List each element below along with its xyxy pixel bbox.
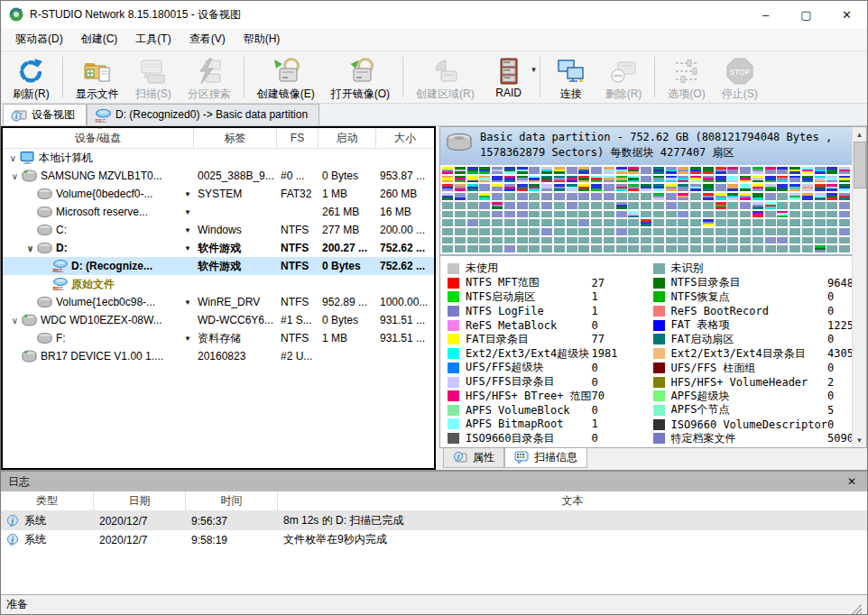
device-view-icon: i xyxy=(11,108,27,122)
map-cell xyxy=(567,167,577,174)
log-row[interactable]: i系统2020/12/79:58:19文件枚举在9秒内完成 xyxy=(1,530,867,549)
fs-cell: NTFS xyxy=(277,293,319,311)
map-cell xyxy=(504,245,515,252)
tree-row[interactable]: Volume{1ecb0c98-...▼WinRE_DRVNTFS952.89 … xyxy=(3,293,434,311)
map-cell xyxy=(628,211,639,218)
map-cell xyxy=(467,245,478,252)
log-row[interactable]: i系统2020/12/79:56:378m 12s 的 D: 扫描已完成 xyxy=(1,511,867,530)
scroll-down-icon[interactable]: ▼ xyxy=(853,433,867,447)
tree-row[interactable]: REC.D: (Recognize...软件游戏NTFS0 Bytes752.6… xyxy=(3,257,434,275)
map-cell xyxy=(716,167,726,174)
chevron-down-icon[interactable]: ∨ xyxy=(6,153,20,163)
connect-button[interactable]: 连接 xyxy=(545,53,597,101)
log-header-col-3[interactable]: 文本 xyxy=(278,491,867,510)
chevron-down-icon[interactable]: ∨ xyxy=(8,316,22,326)
chevron-down-icon[interactable]: ∨ xyxy=(8,171,22,181)
log-header-col-1[interactable]: 日期 xyxy=(94,491,186,510)
tree-header-col-1[interactable]: 标签 xyxy=(194,128,277,148)
menu-item-2[interactable]: 创建(C) xyxy=(72,28,127,50)
chevron-down-icon[interactable]: ▾ xyxy=(531,65,536,74)
tree-header-col-4[interactable]: 大小 xyxy=(376,128,434,148)
minimize-button[interactable]: – xyxy=(745,1,786,28)
tree-header-col-2[interactable]: FS xyxy=(277,128,319,148)
map-cell xyxy=(492,219,503,226)
size-cell: 200.00 ... xyxy=(376,221,434,239)
tree-row[interactable]: Microsoft reserve...▼261 MB16 MB xyxy=(3,203,434,221)
legend-item: ISO9660 VolumeDescriptor0 xyxy=(653,418,852,431)
map-cell xyxy=(690,167,701,174)
log-close-button[interactable]: ✕ xyxy=(844,475,860,488)
refresh-button[interactable]: 刷新(R) xyxy=(5,53,58,101)
dropdown-arrow-icon[interactable]: ▼ xyxy=(184,335,191,343)
device-cell: ∨本地计算机 xyxy=(3,149,194,167)
maximize-button[interactable]: ▢ xyxy=(786,1,826,28)
log-header-col-0[interactable]: 类型 xyxy=(1,491,94,510)
tree-row[interactable]: C:▼WindowsNTFS277 MB200.00 ... xyxy=(3,221,434,239)
legend-item: APFS个节点5 xyxy=(653,403,852,418)
map-cell xyxy=(578,245,589,252)
map-cell xyxy=(777,219,788,226)
dropdown-arrow-icon[interactable]: ▼ xyxy=(184,190,191,198)
dropdown-arrow-icon[interactable]: ▼ xyxy=(184,298,191,307)
legend-count: 1981 xyxy=(592,347,648,360)
dropdown-arrow-icon[interactable]: ▼ xyxy=(184,208,191,216)
tree-row[interactable]: ∨本地计算机 xyxy=(3,149,434,167)
tab-scan-info-label: 扫描信息 xyxy=(534,450,577,465)
start-cell: 1 MB xyxy=(319,185,376,203)
status-bar: 准备 xyxy=(1,594,867,614)
raid-button[interactable]: ▾RAID xyxy=(483,53,535,101)
map-cell xyxy=(703,184,714,191)
scrollbar-thumb[interactable] xyxy=(854,142,866,188)
map-cell xyxy=(666,176,677,183)
map-cell xyxy=(616,202,627,209)
map-cell xyxy=(578,219,589,226)
map-cell xyxy=(517,228,528,235)
legend-count: 9648 xyxy=(827,277,852,289)
tree-row[interactable]: ∨SAMSUNG MZVLB1T0...0025_388B_9...#0 ...… xyxy=(3,167,434,185)
sector-map[interactable] xyxy=(440,165,852,256)
tree-row[interactable]: ∨WDC WD10EZEX-08W...WD-WCC6Y6...#1 S...0… xyxy=(3,311,434,329)
map-cell xyxy=(826,184,837,191)
map-cell xyxy=(703,245,714,252)
dropdown-arrow-icon[interactable]: ▼ xyxy=(184,226,191,234)
close-button[interactable]: ✕ xyxy=(826,1,867,28)
legend-swatch xyxy=(448,405,459,416)
create-image-button[interactable]: 创建镜像(E) xyxy=(249,53,323,101)
toolbar: 刷新(R)显示文件扫描(S)分区搜索创建镜像(E)打开镜像(O)创建区域(R)▾… xyxy=(1,51,867,104)
vertical-scrollbar[interactable]: ▲ ▼ xyxy=(852,127,866,447)
tree-row[interactable]: REC.原始文件 xyxy=(3,275,434,293)
chevron-down-icon[interactable]: ∨ xyxy=(23,243,37,253)
log-header-col-2[interactable]: 时间 xyxy=(186,491,278,510)
map-cell xyxy=(777,211,788,218)
map-cell xyxy=(815,176,826,183)
map-cell xyxy=(703,176,714,183)
menu-item-5[interactable]: 帮助(H) xyxy=(235,28,290,50)
map-cell xyxy=(554,176,565,183)
show-files-button[interactable]: 显示文件 xyxy=(68,53,127,101)
map-cell xyxy=(653,211,664,218)
menu-item-4[interactable]: 查看(V) xyxy=(180,28,235,50)
tab-scan-info[interactable]: 扫描信息 xyxy=(504,448,587,468)
tree-row[interactable]: ∨D:▼软件游戏NTFS200.27 ...752.62 ... xyxy=(3,239,434,257)
menu-item-3[interactable]: 工具(T) xyxy=(126,28,180,50)
tab-device-view[interactable]: i设备视图 xyxy=(3,104,87,125)
tree-row[interactable]: F:▼资料存储NTFS1 MB931.51 ... xyxy=(3,329,434,347)
legend-item: FAT启动扇区0 xyxy=(653,333,852,347)
map-cell xyxy=(541,245,552,252)
legend-item: UFS/FFS 柱面组0 xyxy=(653,361,852,375)
menu-item-1[interactable]: 驱动器(D) xyxy=(6,28,72,50)
tree-row[interactable]: Volume{0bedecf0-...▼SYSTEMFAT321 MB260 M… xyxy=(3,185,434,203)
map-cell xyxy=(578,211,589,218)
map-cell xyxy=(442,219,453,226)
open-image-icon xyxy=(346,57,374,86)
open-image-button[interactable]: 打开镜像(O) xyxy=(323,53,398,101)
scroll-up-icon[interactable]: ▲ xyxy=(853,127,867,142)
tree-row[interactable]: BR17 DEVICE V1.00 1....20160823#2 U... xyxy=(3,347,434,365)
tree-header-col-0[interactable]: 设备/磁盘^ xyxy=(3,128,194,148)
resize-grip[interactable] xyxy=(851,603,862,614)
map-cell xyxy=(591,237,602,244)
tree-header-col-3[interactable]: 启动 xyxy=(319,128,376,148)
tab-partition[interactable]: REC.D: (Recognized0) -> Basic data parti… xyxy=(87,104,319,125)
tab-properties[interactable]: i 属性 xyxy=(443,448,504,468)
dropdown-arrow-icon[interactable]: ▼ xyxy=(184,244,191,252)
